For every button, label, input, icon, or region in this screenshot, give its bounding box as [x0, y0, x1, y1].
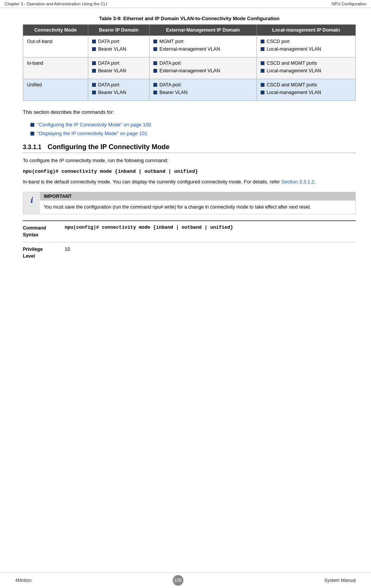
col-header-local: Local-management IP Domain: [256, 25, 355, 36]
table-cell-local-0: CSCD portLocal-management VLAN: [256, 36, 355, 57]
bullet-square: [153, 69, 157, 73]
bullet-text: CSCD and MGMT ports: [267, 82, 317, 88]
link-item-1: “Configuring the IP Connectivity Mode” o…: [30, 122, 356, 127]
body-text-1: To configure the IP connectivity mode, r…: [23, 157, 356, 165]
col-header-connectivity: Connectivity Mode: [23, 25, 88, 36]
bullet-square: [153, 91, 157, 94]
header-right: NPU Configuration: [331, 2, 366, 6]
bullet-item: External-management VLAN: [153, 46, 253, 52]
bullet-2: [30, 132, 34, 135]
bullet-item: CSCD and MGMT ports: [261, 61, 352, 66]
bullet-square: [261, 40, 264, 43]
command-row: CommandSyntax npu(config)# connectivity …: [23, 221, 356, 242]
command-section: CommandSyntax npu(config)# connectivity …: [23, 220, 356, 263]
privilege-level-value: 10: [65, 246, 70, 252]
section-intro-text: This section describes the commands for:: [23, 108, 356, 116]
bullet-item: DATA port: [92, 82, 145, 88]
bullet-text: External-management VLAN: [159, 68, 220, 73]
table-title: Table 3-9: Ethernet and IP Domain VLAN-t…: [23, 16, 356, 21]
bullet-item: DATA port: [92, 39, 145, 44]
bullet-text: MGMT port: [159, 39, 183, 44]
bullet-square: [153, 83, 157, 87]
bullet-text: DATA port: [98, 82, 119, 88]
body-text-2-main: In-band is the default connectivity mode…: [23, 179, 280, 185]
body-text-2: In-band is the default connectivity mode…: [23, 178, 356, 186]
bullet-item: CSCD and MGMT ports: [261, 82, 352, 88]
main-content: Table 3-9: Ethernet and IP Domain VLAN-t…: [0, 8, 371, 277]
table-cell-mode-1: In-band: [23, 57, 88, 79]
configuration-table: Connectivity Mode Bearer IP Domain Exter…: [23, 24, 356, 101]
link-text-2[interactable]: “Displaying the IP connectivity Mode” on…: [37, 131, 148, 136]
table-cell-external-2: DATA portBearer VLAN: [150, 79, 257, 101]
table-cell-external-0: MGMT portExternal-management VLAN: [150, 36, 257, 57]
bullet-square: [92, 61, 96, 65]
table-cell-bearer-2: DATA portBearer VLAN: [88, 79, 149, 101]
bullet-text: Bearer VLAN: [98, 90, 126, 95]
bullet-text: Bearer VLAN: [98, 68, 126, 73]
table-cell-mode-2: Unified: [23, 79, 88, 101]
important-header: IMPORTANT: [40, 192, 355, 201]
important-content: IMPORTANT You must save the configuratio…: [40, 192, 355, 214]
header-bar: Chapter 3 - Operation and Administration…: [0, 0, 371, 8]
link-text-1[interactable]: “Configuring the IP Connectivity Mode” o…: [37, 122, 151, 127]
bullet-text: DATA port: [159, 61, 181, 66]
col-header-bearer: Bearer IP Domain: [88, 25, 149, 36]
col-header-external: External-Management IP Domain: [150, 25, 257, 36]
bullet-item: DATA port: [153, 82, 253, 88]
bullet-square: [92, 69, 96, 73]
bullet-item: External-management VLAN: [153, 68, 253, 73]
table-cell-external-1: DATA portExternal-management VLAN: [150, 57, 257, 79]
important-body: You must save the configuration (run the…: [40, 201, 355, 214]
bullet-text: Bearer VLAN: [98, 46, 126, 52]
bullet-text: CSCD and MGMT ports: [267, 61, 317, 66]
command-syntax-value: npu(config)# connectivity mode {inband |…: [65, 225, 233, 230]
section-heading: 3.3.1.1 Configuring the IP Connectivity …: [23, 143, 356, 153]
bullet-text: Local-management VLAN: [267, 68, 321, 73]
bullet-item: CSCD port: [261, 39, 352, 44]
bullet-text: CSCD port: [267, 39, 290, 44]
bullet-square: [261, 69, 264, 73]
bullet-item: Local-management VLAN: [261, 68, 352, 73]
bullet-item: Bearer VLAN: [153, 90, 253, 95]
bullet-square: [153, 61, 157, 65]
bullet-text: Local-management VLAN: [267, 90, 321, 95]
important-icon: 𝑖: [30, 195, 33, 205]
bullet-square: [153, 47, 157, 51]
bullet-square: [92, 40, 96, 43]
bullet-text: Local-management VLAN: [267, 46, 321, 52]
header-left: Chapter 3 - Operation and Administration…: [5, 2, 107, 6]
table-cell-bearer-1: DATA portBearer VLAN: [88, 57, 149, 79]
bullet-text: External-management VLAN: [159, 46, 220, 52]
bullet-text: DATA port: [98, 39, 119, 44]
bullet-item: Local-management VLAN: [261, 90, 352, 95]
footer-left: 4Motion: [15, 578, 32, 583]
bullet-text: DATA port: [98, 61, 119, 66]
table-cell-local-2: CSCD and MGMT portsLocal-management VLAN: [256, 79, 355, 101]
table-cell-bearer-0: DATA portBearer VLAN: [88, 36, 149, 57]
bullet-item: MGMT port: [153, 39, 253, 44]
bullet-item: Local-management VLAN: [261, 46, 352, 52]
link-item-2: “Displaying the IP connectivity Mode” on…: [30, 131, 356, 136]
bullet-item: DATA port: [153, 61, 253, 66]
table-cell-local-1: CSCD and MGMT portsLocal-management VLAN: [256, 57, 355, 79]
bullet-square: [261, 83, 264, 87]
bullet-item: Bearer VLAN: [92, 46, 145, 52]
command-code-1: npu(config)# connectivity mode {inband |…: [23, 169, 356, 174]
section-link[interactable]: Section 3.3.1.2: [281, 179, 314, 185]
important-icon-col: 𝑖: [23, 192, 40, 214]
body-text-2-end: .: [314, 179, 316, 185]
bullet-square: [92, 47, 96, 51]
section-number: 3.3.1.1: [23, 144, 41, 151]
bullet-item: Bearer VLAN: [92, 90, 145, 95]
important-box: 𝑖 IMPORTANT You must save the configurat…: [23, 192, 356, 214]
command-syntax-label: CommandSyntax: [23, 225, 57, 238]
privilege-level-label: PrivilegeLevel: [23, 246, 57, 260]
privilege-row: PrivilegeLevel 10: [23, 242, 356, 263]
bullet-text: DATA port: [159, 82, 181, 88]
bullet-text: Bearer VLAN: [159, 90, 188, 95]
bullet-square: [261, 47, 264, 51]
bullet-1: [30, 123, 34, 127]
bullet-square: [261, 91, 264, 94]
bullet-item: DATA port: [92, 61, 145, 66]
footer-right: System Manual: [324, 578, 356, 583]
